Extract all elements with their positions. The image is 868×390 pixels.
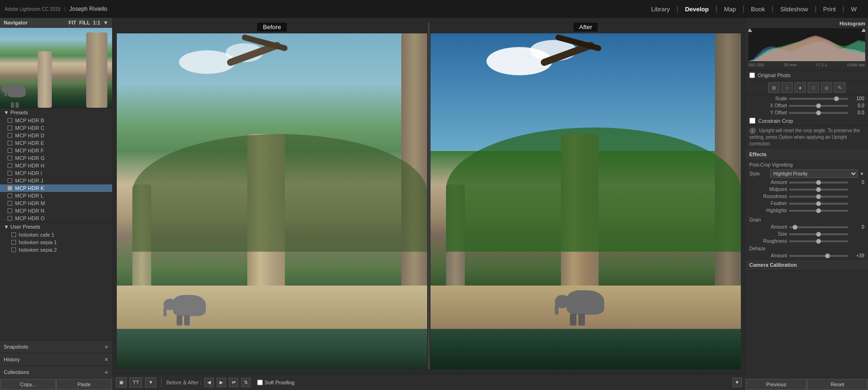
reset-button[interactable]: Reset bbox=[807, 379, 868, 390]
upright-info: i Upright will reset the crop angle. To … bbox=[746, 126, 868, 149]
nav-w[interactable]: W bbox=[844, 0, 863, 18]
presets-header[interactable]: ▼ Presets bbox=[0, 108, 112, 117]
pcv-amount-slider[interactable] bbox=[789, 182, 848, 183]
constrain-crop-checkbox[interactable] bbox=[749, 118, 755, 124]
before-photo-frame bbox=[117, 33, 427, 369]
nav-print[interactable]: Print bbox=[817, 0, 843, 18]
grain-size-slider[interactable] bbox=[789, 233, 848, 235]
info-icon: i bbox=[749, 127, 756, 134]
x-offset-row: X Offset 0.0 bbox=[746, 102, 868, 109]
nav-more[interactable]: ▼ bbox=[103, 20, 108, 25]
preset-mcp-hdr-l[interactable]: MCP HDR L bbox=[0, 192, 112, 199]
history-close-btn[interactable]: × bbox=[105, 356, 108, 363]
preset-mcp-hdr-j[interactable]: MCP HDR J bbox=[0, 177, 112, 184]
collections-header[interactable]: Collections + bbox=[0, 366, 112, 378]
after-panel: After bbox=[430, 23, 741, 369]
preset-mcp-hdr-c[interactable]: MCP HDR C bbox=[0, 124, 112, 132]
crop-tool-icon[interactable]: ⊞ bbox=[768, 82, 779, 93]
y-offset-slider[interactable] bbox=[789, 112, 848, 114]
topbar: Adobe Lightroom CC 2015 | Joseph Riviell… bbox=[0, 0, 868, 18]
ba-swap-h-btn[interactable]: ⇄ bbox=[229, 378, 238, 387]
ba-prev-btn[interactable]: ◀ bbox=[204, 378, 214, 387]
brush-tool-icon[interactable]: ✎ bbox=[834, 82, 845, 93]
preset-mcp-hdr-e[interactable]: MCP HDR E bbox=[0, 139, 112, 147]
preset-mcp-hdr-m[interactable]: MCP HDR M bbox=[0, 199, 112, 207]
snapshots-add-btn[interactable]: + bbox=[105, 343, 108, 350]
grain-amount-row: Amount 0 bbox=[746, 223, 868, 231]
radial-tool-icon[interactable]: ◎ bbox=[821, 82, 832, 93]
previous-button[interactable]: Previous bbox=[746, 379, 807, 390]
circle-tool-icon[interactable]: ○ bbox=[781, 82, 793, 93]
history-header[interactable]: History × bbox=[0, 353, 112, 366]
x-offset-slider[interactable] bbox=[789, 105, 848, 107]
preset-mcp-hdr-f[interactable]: MCP HDR F bbox=[0, 147, 112, 154]
style-label: Style bbox=[749, 171, 768, 176]
pcv-highlights-slider[interactable] bbox=[789, 210, 848, 212]
redeye-icon[interactable]: ● bbox=[795, 82, 806, 93]
pcv-roundness-slider[interactable] bbox=[789, 196, 848, 198]
ba-next-btn[interactable]: ▶ bbox=[217, 378, 226, 387]
preset-mcp-hdr-b[interactable]: MCP HDR B bbox=[0, 117, 112, 124]
nav-map[interactable]: Map bbox=[717, 0, 742, 18]
collections-add-btn[interactable]: + bbox=[105, 368, 108, 376]
hist-shutter: 1/500 sec bbox=[847, 63, 865, 67]
grain-roughness-row: Roughness bbox=[746, 238, 868, 245]
grain-size-row: Size bbox=[746, 231, 868, 238]
snapshots-header[interactable]: Snapshots + bbox=[0, 341, 112, 353]
nav-fill[interactable]: FILL bbox=[79, 20, 90, 25]
grain-amount-slider[interactable] bbox=[789, 226, 848, 228]
paste-button[interactable]: Paste bbox=[56, 379, 112, 390]
view-options-btn[interactable]: ▼ bbox=[145, 377, 156, 388]
dehaze-amount-slider[interactable] bbox=[789, 255, 848, 257]
scale-slider[interactable] bbox=[789, 98, 848, 100]
nav-slideshow[interactable]: Slideshow bbox=[773, 0, 814, 18]
nav-fit[interactable]: FIT bbox=[68, 20, 76, 25]
app-title: Adobe Lightroom CC 2015 bbox=[5, 7, 60, 12]
preset-hoboken-sepia1[interactable]: hoboken sepia 1 bbox=[0, 239, 112, 246]
crop-section: Scale 100 X Offset 0.0 Y Offset 0.0 bbox=[746, 95, 868, 126]
navigator-header[interactable]: Navigator FIT FILL 1:1 ▼ bbox=[0, 18, 112, 28]
preset-mcp-hdr-g[interactable]: MCP HDR G bbox=[0, 154, 112, 162]
grain-amount-value: 0 bbox=[850, 224, 864, 230]
pcv-highlights-label: Highlights bbox=[749, 208, 787, 213]
nav-ratio[interactable]: 1:1 bbox=[93, 20, 100, 25]
pcv-highlights-row: Highlights bbox=[746, 207, 868, 214]
toolbar-expand-btn[interactable]: ▼ bbox=[732, 378, 742, 387]
grain-amount-label: Amount bbox=[749, 224, 787, 230]
effects-header[interactable]: Effects bbox=[746, 149, 868, 159]
pcv-feather-slider[interactable] bbox=[789, 203, 848, 205]
camera-calibration-header[interactable]: Camera Calibration bbox=[746, 260, 868, 270]
copy-button[interactable]: Copy... bbox=[0, 379, 56, 390]
preset-hoboken-sepia2[interactable]: hoboken sepia 2 bbox=[0, 246, 112, 254]
panel-divider bbox=[428, 23, 430, 369]
grain-roughness-slider[interactable] bbox=[789, 240, 848, 242]
nav-develop[interactable]: Develop bbox=[678, 0, 715, 18]
photo-area: Before bbox=[112, 18, 746, 374]
before-label: Before bbox=[257, 23, 286, 32]
preset-mcp-hdr-n[interactable]: MCP HDR N bbox=[0, 207, 112, 215]
dehaze-amount-value: +39 bbox=[850, 253, 864, 258]
preset-mcp-hdr-d[interactable]: MCP HDR D bbox=[0, 132, 112, 139]
user-presets-header[interactable]: ▼ User Presets bbox=[0, 222, 112, 231]
pcv-midpoint-row: Midpoint bbox=[746, 186, 868, 193]
histogram-canvas bbox=[748, 28, 865, 61]
preset-mcp-hdr-o[interactable]: MCP HDR O bbox=[0, 215, 112, 222]
preset-mcp-hdr-k[interactable]: MCP HDR K bbox=[0, 184, 112, 192]
square-tool-icon[interactable]: □ bbox=[808, 82, 819, 93]
view-single-btn[interactable]: ▣ bbox=[116, 377, 127, 388]
preset-hoboken-cafe[interactable]: hoboken cafe 1 bbox=[0, 231, 112, 239]
snapshots-section: Snapshots + bbox=[0, 340, 112, 353]
nav-library[interactable]: Library bbox=[645, 0, 677, 18]
pcv-midpoint-slider[interactable] bbox=[789, 189, 848, 191]
view-yy-btn[interactable]: YY bbox=[130, 377, 142, 388]
style-select[interactable]: Highlight Priority bbox=[770, 169, 858, 178]
ba-swap-v-btn[interactable]: ⇅ bbox=[241, 378, 251, 387]
history-label: History bbox=[4, 357, 20, 362]
original-photo-checkbox[interactable] bbox=[749, 72, 755, 78]
history-section: History × bbox=[0, 353, 112, 366]
nav-book[interactable]: Book bbox=[745, 0, 772, 18]
preset-mcp-hdr-i[interactable]: MCP HDR I bbox=[0, 169, 112, 177]
soft-proofing-checkbox[interactable] bbox=[257, 380, 263, 385]
x-offset-label: X Offset bbox=[749, 103, 787, 108]
preset-mcp-hdr-h[interactable]: MCP HDR H bbox=[0, 162, 112, 169]
